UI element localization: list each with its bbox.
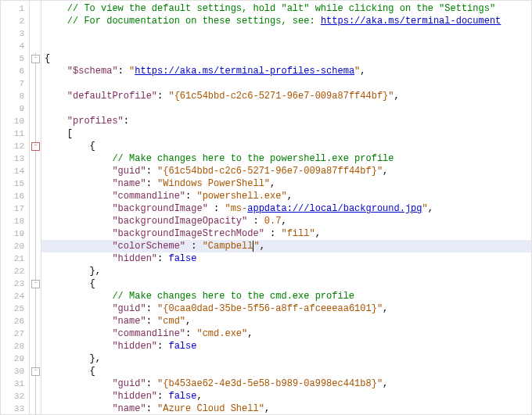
comment-text: // To view the default settings, hold "a…	[67, 3, 501, 14]
brace: },	[90, 353, 101, 364]
line-number: 30	[1, 365, 29, 377]
fold-icon[interactable]: -	[31, 367, 40, 376]
line-number: 21	[1, 252, 29, 265]
line-number-gutter: 1 2 3 4 5 6 7 8 9 10 11 12 13 14 15 16 1…	[1, 1, 30, 414]
brace: {	[90, 141, 95, 152]
json-value: false	[168, 253, 196, 264]
code-line[interactable]: {	[41, 140, 531, 152]
code-line[interactable]: // For documentation on these settings, …	[41, 15, 531, 27]
line-number: 33	[1, 402, 29, 415]
code-line[interactable]: "backgroundImage" : "ms-appdata:///local…	[41, 202, 531, 215]
doc-link[interactable]: https://aka.ms/terminal-document	[321, 16, 501, 27]
json-key: "guid"	[112, 166, 146, 177]
fold-icon[interactable]: -	[31, 55, 40, 63]
json-key: "guid"	[112, 303, 146, 314]
code-line[interactable]	[41, 77, 531, 90]
json-key: "backgroundImageStrechMode"	[112, 228, 264, 239]
code-line[interactable]: "defaultProfile": "{61c54bbd-c2c6-5271-9…	[41, 90, 531, 102]
json-key: "backgroundImage"	[112, 203, 207, 214]
json-value: "{61c54bbd-c2c6-5271-96e7-009a87ff44bf}"	[157, 166, 383, 177]
code-line[interactable]: // Make changes here to the powershell.e…	[41, 152, 531, 165]
line-number: 15	[1, 177, 29, 190]
json-value: false	[168, 391, 196, 402]
code-line[interactable]: // Make changes here to the cmd.exe prof…	[41, 290, 531, 302]
line-number: 10	[1, 115, 29, 127]
json-key: "colorScheme"	[112, 241, 185, 252]
json-key: "name"	[112, 403, 146, 414]
brace: {	[90, 278, 95, 289]
json-key: "hidden"	[112, 253, 157, 264]
fold-icon[interactable]: -	[31, 142, 40, 151]
line-number: 17	[1, 202, 29, 215]
json-value: "Windows PowerShell"	[157, 178, 270, 189]
line-number: 14	[1, 165, 29, 177]
code-line[interactable]: "hidden": false	[41, 340, 531, 352]
comment-text: // For documentation on these settings, …	[67, 16, 321, 27]
code-line[interactable]: [	[41, 127, 531, 140]
code-line[interactable]: "name": "cmd",	[41, 315, 531, 327]
code-line[interactable]: {	[41, 365, 531, 377]
line-number: 1	[1, 2, 29, 15]
code-line[interactable]: "name": "Azure Cloud Shell",	[41, 402, 531, 414]
json-value: "fill"	[281, 228, 315, 239]
code-line[interactable]: },	[41, 352, 531, 365]
line-number: 22	[1, 265, 29, 277]
line-number: 18	[1, 215, 29, 227]
json-value: "ms-	[225, 203, 247, 214]
code-line[interactable]	[41, 40, 531, 52]
code-line[interactable]: "backgroundImageOpacity" : 0.7,	[41, 215, 531, 227]
code-line[interactable]: "guid": "{61c54bbd-c2c6-5271-96e7-009a87…	[41, 165, 531, 177]
line-number: 31	[1, 377, 29, 390]
comment-text: // Make changes here to the cmd.exe prof…	[112, 291, 354, 302]
code-line[interactable]: // To view the default settings, hold "a…	[41, 2, 531, 15]
code-area[interactable]: // To view the default settings, hold "a…	[41, 1, 531, 414]
line-number: 29	[1, 352, 29, 365]
json-key: "hidden"	[112, 391, 157, 402]
line-number: 6	[1, 65, 29, 77]
json-key: "name"	[112, 316, 146, 327]
code-line[interactable]	[41, 27, 531, 40]
code-line[interactable]: {	[41, 52, 531, 65]
code-line-current[interactable]: "colorScheme" : "Campbell",	[41, 240, 531, 252]
json-key: "guid"	[112, 378, 146, 389]
json-value: "Azure Cloud Shell"	[157, 403, 264, 414]
json-value: "Campbell	[203, 241, 253, 252]
code-line[interactable]: "commandline": "powershell.exe",	[41, 190, 531, 202]
line-number: 12	[1, 140, 29, 152]
json-value: false	[168, 341, 196, 352]
code-line[interactable]: "guid": "{0caa0dad-35be-5f56-a8ff-afceee…	[41, 302, 531, 315]
json-key: "profiles"	[67, 116, 124, 127]
code-line[interactable]: "hidden": false,	[41, 390, 531, 402]
line-number: 24	[1, 290, 29, 302]
bg-image-link[interactable]: appdata:///local/background.jpg	[247, 203, 422, 214]
json-value: "cmd.exe"	[196, 328, 247, 339]
line-number: 19	[1, 227, 29, 240]
code-line[interactable]: "profiles":	[41, 115, 531, 127]
code-line[interactable]: "guid": "{b453ae62-4e3d-5e58-b989-0a998e…	[41, 377, 531, 390]
code-line[interactable]	[41, 102, 531, 115]
line-number: 13	[1, 152, 29, 165]
line-number: 26	[1, 315, 29, 327]
json-key: "defaultProfile"	[67, 91, 157, 102]
code-line[interactable]: "backgroundImageStrechMode" : "fill",	[41, 227, 531, 240]
code-line[interactable]: "name": "Windows PowerShell",	[41, 177, 531, 190]
fold-icon[interactable]: -	[31, 280, 40, 288]
json-value: 0.7	[264, 216, 282, 227]
code-editor[interactable]: 1 2 3 4 5 6 7 8 9 10 11 12 13 14 15 16 1…	[0, 0, 532, 415]
schema-link[interactable]: https://aka.ms/terminal-profiles-schema	[135, 66, 354, 77]
line-number: 32	[1, 390, 29, 402]
json-key: "$schema"	[67, 66, 118, 77]
code-line[interactable]: },	[41, 265, 531, 277]
json-key: "backgroundImageOpacity"	[112, 216, 247, 227]
json-value: "{b453ae62-4e3d-5e58-b989-0a998ec441b8}"	[157, 378, 383, 389]
brace: {	[45, 53, 50, 64]
code-line[interactable]: "commandline": "cmd.exe",	[41, 327, 531, 340]
code-line[interactable]: {	[41, 277, 531, 290]
line-number: 3	[1, 27, 29, 40]
line-number: 8	[1, 90, 29, 102]
line-number: 16	[1, 190, 29, 202]
code-line[interactable]: "$schema": "https://aka.ms/terminal-prof…	[41, 65, 531, 77]
brace: },	[90, 266, 101, 277]
code-line[interactable]: "hidden": false	[41, 252, 531, 265]
line-number: 11	[1, 127, 29, 140]
